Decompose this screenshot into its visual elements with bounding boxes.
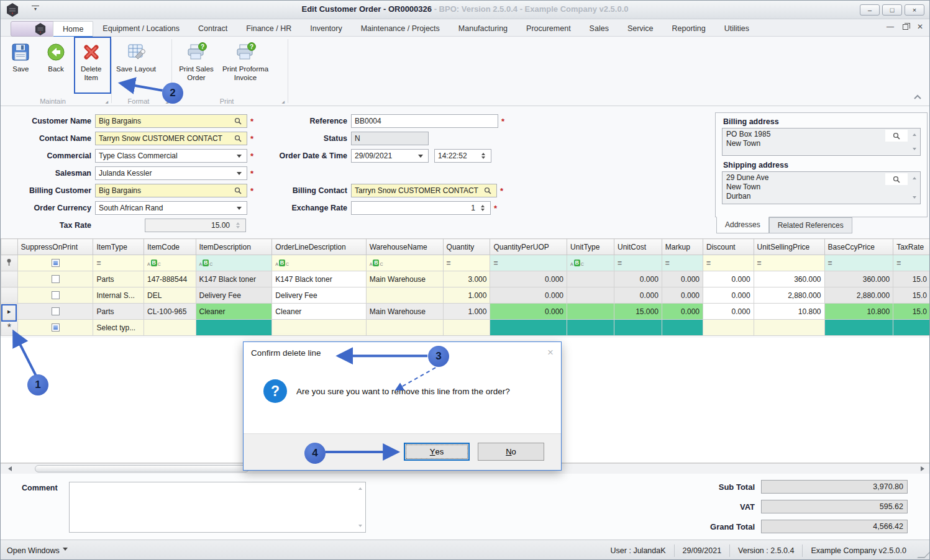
delete-item-button[interactable]: Delete Item <box>73 39 109 93</box>
scrollbar[interactable] <box>910 130 919 154</box>
back-button[interactable]: Back <box>39 39 74 93</box>
grid-cell-unittype[interactable] <box>567 271 614 287</box>
grid-cell-itemtype[interactable]: Select typ... <box>93 320 144 336</box>
equals-filter-icon[interactable]: = <box>447 259 451 268</box>
abc-filter-icon[interactable]: ABC <box>370 260 383 266</box>
filter-cell-suppressonprint[interactable] <box>17 255 93 271</box>
exchange-rate-input[interactable]: 1 <box>351 201 491 215</box>
ribbon-restore-icon[interactable] <box>903 24 908 30</box>
grid-cell-itemdescription[interactable]: Cleaner <box>196 304 272 320</box>
billing-customer-input[interactable]: Big Bargains <box>95 184 247 197</box>
grid-cell-taxrate[interactable]: 15.0 <box>893 271 930 287</box>
minimize-button[interactable]: – <box>860 4 880 16</box>
ribbon-tab-maintenance-projects[interactable]: Maintenance / Projects <box>352 21 449 37</box>
grid-cell-unitsellingprice[interactable] <box>754 320 824 336</box>
grid-cell-itemdescription[interactable]: K147 Black toner <box>196 271 272 287</box>
equals-filter-icon[interactable]: = <box>665 259 670 268</box>
dialog-launcher-icon[interactable]: ◢ <box>105 99 108 104</box>
salesman-dropdown[interactable]: Julanda Kessler <box>95 166 247 180</box>
grid-cell-discount[interactable]: 0.000 <box>703 304 754 320</box>
filter-cell-itemtype[interactable]: = <box>93 255 144 271</box>
filter-cell-discount[interactable]: = <box>703 255 754 271</box>
suppress-on-print-checkbox[interactable] <box>52 275 60 283</box>
commercial-dropdown[interactable]: Type Class Commercial <box>95 149 247 163</box>
grid-cell-itemtype[interactable]: Internal S... <box>93 287 144 304</box>
grid-cell-quantity[interactable] <box>443 320 490 336</box>
chevron-down-icon[interactable] <box>416 152 425 160</box>
grid-cell-itemcode[interactable]: CL-100-965 <box>144 304 196 320</box>
filter-cell-unittype[interactable]: ABC <box>567 255 614 271</box>
grid-cell-baseccyprice[interactable]: 2,880.000 <box>824 287 893 304</box>
column-header-itemtype[interactable]: ItemType <box>93 239 144 255</box>
grid-cell-unittype[interactable] <box>567 287 614 304</box>
grid-cell-warehousename[interactable]: Main Warehouse <box>366 304 443 320</box>
column-header-warehousename[interactable]: WarehouseName <box>366 239 443 255</box>
ribbon-minimize-icon[interactable]: — <box>887 23 894 30</box>
spinner-icon[interactable] <box>479 150 488 162</box>
search-icon[interactable] <box>232 117 244 125</box>
column-header-unitcost[interactable]: UnitCost <box>614 239 662 255</box>
column-header-markup[interactable]: Markup <box>662 239 703 255</box>
print-proforma-invoice-button[interactable]: ? Print Proforma Invoice <box>218 39 273 93</box>
grid-cell-taxrate[interactable]: 15.0 <box>893 287 930 304</box>
abc-filter-icon[interactable]: ABC <box>275 260 289 266</box>
grid-cell-unitcost[interactable]: 0.000 <box>614 271 662 287</box>
search-icon[interactable] <box>482 187 493 194</box>
grid-cell-itemcode[interactable] <box>144 320 196 336</box>
grid-cell-unitcost[interactable]: 0.000 <box>614 287 662 304</box>
search-icon[interactable] <box>885 130 908 142</box>
column-header-taxrate[interactable]: TaxRate <box>893 239 930 255</box>
grid-cell-discount[interactable]: 0.000 <box>703 271 754 287</box>
equals-filter-icon[interactable]: = <box>493 259 498 268</box>
ribbon-tab-equipment-locations[interactable]: Equipment / Locations <box>93 21 189 37</box>
column-header-orderlinedescription[interactable]: OrderLineDescription <box>272 239 366 255</box>
yes-button[interactable]: Yes <box>404 443 470 461</box>
selected-row-indicator[interactable]: ► <box>1 304 18 320</box>
contact-name-input[interactable]: Tarryn Snow CUSTOMER CONTACT <box>95 132 247 145</box>
search-icon[interactable] <box>232 135 244 142</box>
dialog-launcher-icon[interactable]: ◢ <box>281 99 285 104</box>
search-icon[interactable] <box>232 187 244 194</box>
grid-cell-discount[interactable] <box>703 320 754 336</box>
column-header-quantity[interactable]: Quantity <box>443 239 490 255</box>
grid-cell-taxrate[interactable]: 15.0 <box>893 304 930 320</box>
filter-cell-itemdescription[interactable]: ABC <box>196 255 272 271</box>
grid-cell-itemcode[interactable]: 147-888544 <box>144 271 196 287</box>
ribbon-tab-sales[interactable]: Sales <box>580 21 618 37</box>
reference-input[interactable]: BB0004 <box>351 114 498 128</box>
ribbon-tab-reporting[interactable]: Reporting <box>663 21 715 37</box>
grid-cell-unitsellingprice[interactable]: 10.800 <box>754 304 824 320</box>
suppress-on-print-checkbox[interactable] <box>52 307 60 315</box>
filter-cell-itemcode[interactable]: ABC <box>144 255 196 271</box>
tab-related-references[interactable]: Related References <box>769 217 852 233</box>
grid-cell-suppressonprint[interactable] <box>17 320 93 336</box>
customer-name-input[interactable]: Big Bargains <box>95 114 247 128</box>
comment-field[interactable] <box>69 482 366 533</box>
grid-cell-itemtype[interactable]: Parts <box>93 271 144 287</box>
grid-cell-orderlinedescription[interactable]: Delivery Fee <box>272 287 366 304</box>
ribbon-tab-contract[interactable]: Contract <box>189 21 237 37</box>
ribbon-tab-manufacturing[interactable]: Manufacturing <box>449 21 517 37</box>
grid-cell-unitsellingprice[interactable]: 360.000 <box>754 271 824 287</box>
grid-cell-markup[interactable]: 0.000 <box>662 271 703 287</box>
filter-cell-unitsellingprice[interactable]: = <box>754 255 824 271</box>
grid-cell-orderlinedescription[interactable]: K147 Black toner <box>272 271 366 287</box>
grid-cell-quantity[interactable]: 1.000 <box>443 304 490 320</box>
grid-cell-warehousename[interactable]: Main Warehouse <box>366 271 443 287</box>
grid-cell-itemcode[interactable]: DEL <box>144 287 196 304</box>
grid-cell-baseccyprice[interactable] <box>824 320 893 336</box>
scroll-left-icon[interactable] <box>6 466 12 471</box>
ribbon-tab-utilities[interactable]: Utilities <box>715 21 759 37</box>
comment-textarea[interactable] <box>70 482 365 532</box>
row-indicator[interactable] <box>1 287 18 304</box>
save-button[interactable]: Save <box>3 39 39 93</box>
filter-cell-unitcost[interactable]: = <box>614 255 662 271</box>
grid-cell-suppressonprint[interactable] <box>17 304 93 320</box>
filter-cell-taxrate[interactable]: = <box>893 255 930 271</box>
abc-filter-icon[interactable]: ABC <box>570 260 584 266</box>
equals-filter-icon[interactable]: = <box>896 259 901 268</box>
chevron-down-icon[interactable] <box>235 204 244 212</box>
column-header-suppressonprint[interactable]: SuppressOnPrint <box>17 239 93 255</box>
dialog-close-icon[interactable]: × <box>547 346 554 359</box>
scrollbar-thumb[interactable] <box>35 465 249 472</box>
